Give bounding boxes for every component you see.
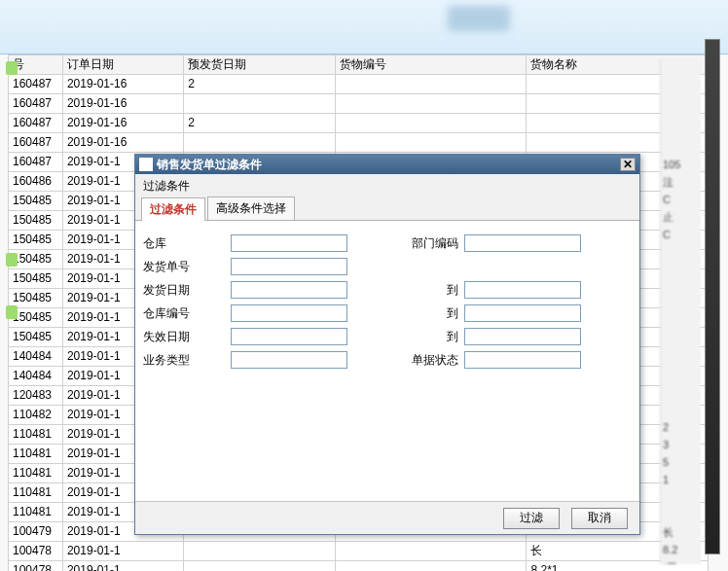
dialog-icon [139, 158, 153, 171]
tab-filter[interactable]: 过滤条件 [141, 197, 205, 221]
grid-header-row: 号 订单日期 预发货日期 货物编号 货物名称 [9, 55, 709, 75]
cell: 150485 [9, 328, 63, 347]
table-row[interactable]: 1604872019-01-162 [9, 114, 709, 133]
dialog-title: 销售发货单过滤条件 [157, 157, 616, 173]
input-expire-to[interactable] [464, 328, 581, 345]
cell [184, 94, 335, 114]
filter-legend: 过滤条件 [135, 174, 639, 195]
input-wh-code-from[interactable] [231, 304, 347, 322]
cell: 110482 [9, 406, 63, 425]
cell [335, 561, 527, 572]
cell: 160487 [9, 94, 63, 114]
dialog-titlebar[interactable]: 销售发货单过滤条件 ✕ [135, 155, 639, 174]
cell: 160487 [9, 75, 63, 94]
cell: 150485 [9, 269, 63, 289]
label-dept-code: 部门编码 [377, 235, 464, 252]
dialog-tabs: 过滤条件 高级条件选择 [135, 195, 639, 221]
form-area: 仓库 部门编码 发货单号 发货日期 到 仓库编号 到 失效日期 [135, 221, 639, 501]
cell: 2019-01-16 [62, 133, 183, 153]
cell: 2 [184, 114, 335, 133]
input-warehouse[interactable] [231, 234, 347, 252]
label-doc-status: 单据状态 [377, 352, 464, 369]
label-to3: 到 [377, 329, 464, 345]
cancel-button[interactable]: 取消 [571, 508, 628, 529]
table-row[interactable]: 1604872019-01-16 [9, 133, 709, 153]
cell: 2 [184, 75, 335, 94]
label-to1: 到 [377, 282, 464, 299]
cell: 140484 [9, 367, 63, 386]
row-marker [6, 305, 18, 319]
app-banner [0, 0, 728, 54]
label-warehouse: 仓库 [143, 235, 231, 252]
cell: 2019-01-16 [62, 94, 183, 114]
col-ship-date[interactable]: 预发货日期 [184, 55, 335, 75]
col-order-date[interactable]: 订单日期 [62, 55, 183, 75]
cell: 100478 [9, 561, 63, 572]
tab-advanced[interactable]: 高级条件选择 [207, 196, 295, 220]
input-ship-date-to[interactable] [464, 281, 581, 299]
label-expire-date: 失效日期 [143, 329, 231, 345]
input-ship-date-from[interactable] [231, 281, 347, 299]
cell [335, 542, 527, 561]
cell: 160486 [9, 172, 63, 192]
filter-button[interactable]: 过滤 [503, 508, 560, 529]
row-marker [6, 61, 18, 75]
dialog-buttonbar: 过滤 取消 [135, 501, 639, 534]
label-wh-code: 仓库编号 [143, 305, 231, 322]
cell: 140484 [9, 347, 63, 367]
input-ship-no[interactable] [231, 258, 347, 275]
cell: 160487 [9, 133, 63, 153]
cell: 2019-01-1 [62, 561, 183, 572]
cell: 100479 [9, 522, 63, 542]
cell: 110481 [9, 483, 63, 503]
cell [335, 75, 527, 94]
input-dept-code[interactable] [464, 234, 581, 252]
cell [184, 133, 335, 153]
label-to2: 到 [377, 305, 464, 322]
cell: 120483 [9, 386, 63, 406]
cell [184, 561, 335, 572]
table-row[interactable]: 1604872019-01-162 [9, 75, 709, 94]
row-marker [6, 253, 18, 267]
cell: 150485 [9, 231, 63, 250]
cell: 2019-01-16 [62, 114, 183, 133]
cell: 2019-01-16 [62, 75, 183, 94]
cell: 110481 [9, 445, 63, 464]
cell: 160487 [9, 153, 63, 172]
input-biz-type[interactable] [231, 351, 347, 369]
cell: 160487 [9, 114, 63, 133]
cell: 110481 [9, 464, 63, 483]
cell [335, 133, 527, 153]
filter-dialog: 销售发货单过滤条件 ✕ 过滤条件 过滤条件 高级条件选择 仓库 部门编码 发货单… [134, 154, 640, 535]
col-goods-code[interactable]: 货物编号 [335, 55, 527, 75]
cell [335, 114, 527, 133]
input-expire-from[interactable] [231, 328, 347, 345]
cell: 100478 [9, 542, 63, 561]
input-doc-status[interactable] [464, 351, 581, 369]
right-scrollbar[interactable] [705, 39, 720, 554]
cell: 150485 [9, 211, 63, 231]
cell [335, 94, 527, 114]
table-row[interactable]: 1604872019-01-16 [9, 94, 709, 114]
input-wh-code-to[interactable] [464, 304, 581, 322]
cell: 110481 [9, 503, 63, 522]
close-icon[interactable]: ✕ [620, 158, 636, 171]
cell: 2019-01-1 [62, 542, 183, 561]
right-panel: 105注C止C2351长8.2*巴75 [660, 58, 701, 564]
label-biz-type: 业务类型 [143, 352, 231, 369]
cell [184, 542, 335, 561]
label-ship-date: 发货日期 [143, 282, 231, 299]
cell: 110481 [9, 425, 63, 445]
label-ship-no: 发货单号 [143, 259, 231, 275]
banner-logo [448, 6, 510, 31]
cell: 150485 [9, 192, 63, 211]
table-row[interactable]: 1004782019-01-1长 [9, 542, 709, 561]
table-row[interactable]: 1004782019-01-18.2*1 [9, 561, 709, 572]
